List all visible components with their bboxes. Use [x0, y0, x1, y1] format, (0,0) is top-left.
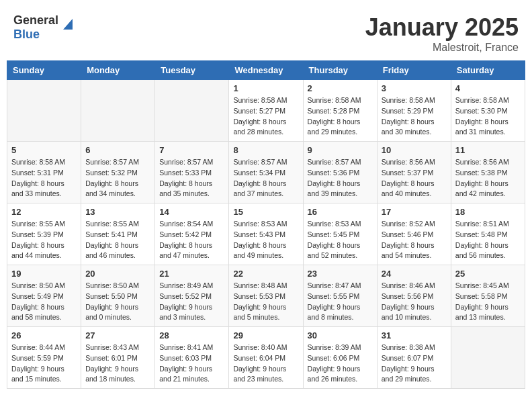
day-number: 18: [455, 207, 521, 217]
calendar-cell: 10Sunrise: 8:56 AM Sunset: 5:37 PM Dayli…: [377, 142, 451, 203]
day-number: 21: [159, 269, 224, 279]
calendar-header-row: SundayMondayTuesdayWednesdayThursdayFrid…: [7, 61, 525, 80]
day-info: Sunrise: 8:57 AM Sunset: 5:32 PM Dayligh…: [85, 157, 150, 199]
calendar-cell: [451, 327, 525, 389]
day-info: Sunrise: 8:58 AM Sunset: 5:30 PM Dayligh…: [455, 95, 521, 138]
day-info: Sunrise: 8:53 AM Sunset: 5:43 PM Dayligh…: [233, 219, 298, 261]
calendar-cell: [81, 80, 155, 142]
calendar-cell: 27Sunrise: 8:43 AM Sunset: 6:01 PM Dayli…: [81, 327, 155, 389]
day-header-saturday: Saturday: [451, 61, 525, 80]
month-title: January 2025: [365, 13, 519, 42]
day-number: 8: [233, 145, 298, 155]
day-number: 2: [308, 83, 373, 93]
day-number: 15: [233, 207, 298, 217]
day-header-sunday: Sunday: [7, 61, 81, 80]
day-number: 17: [382, 207, 447, 217]
day-info: Sunrise: 8:57 AM Sunset: 5:36 PM Dayligh…: [308, 157, 373, 199]
day-info: Sunrise: 8:49 AM Sunset: 5:52 PM Dayligh…: [159, 281, 224, 323]
calendar-cell: 26Sunrise: 8:44 AM Sunset: 5:59 PM Dayli…: [7, 327, 81, 389]
day-number: 9: [308, 145, 373, 155]
day-number: 20: [85, 269, 150, 279]
calendar-cell: 5Sunrise: 8:58 AM Sunset: 5:31 PM Daylig…: [7, 142, 81, 203]
calendar-week-row: 12Sunrise: 8:55 AM Sunset: 5:39 PM Dayli…: [7, 203, 525, 265]
day-number: 26: [11, 330, 77, 340]
calendar-cell: 8Sunrise: 8:57 AM Sunset: 5:34 PM Daylig…: [229, 142, 303, 203]
calendar-cell: 18Sunrise: 8:51 AM Sunset: 5:48 PM Dayli…: [451, 203, 525, 265]
calendar-cell: [155, 80, 229, 142]
day-number: 22: [233, 269, 298, 279]
day-info: Sunrise: 8:58 AM Sunset: 5:28 PM Dayligh…: [308, 95, 373, 138]
day-number: 7: [159, 145, 224, 155]
calendar-cell: 29Sunrise: 8:40 AM Sunset: 6:04 PM Dayli…: [229, 327, 303, 389]
day-number: 11: [455, 145, 521, 155]
calendar-cell: 14Sunrise: 8:54 AM Sunset: 5:42 PM Dayli…: [155, 203, 229, 265]
day-info: Sunrise: 8:43 AM Sunset: 6:01 PM Dayligh…: [85, 342, 150, 385]
day-info: Sunrise: 8:48 AM Sunset: 5:53 PM Dayligh…: [233, 281, 298, 323]
day-header-wednesday: Wednesday: [229, 61, 303, 80]
day-number: 28: [159, 330, 224, 340]
day-header-friday: Friday: [377, 61, 451, 80]
calendar-cell: 24Sunrise: 8:46 AM Sunset: 5:56 PM Dayli…: [377, 265, 451, 327]
calendar-cell: 21Sunrise: 8:49 AM Sunset: 5:52 PM Dayli…: [155, 265, 229, 327]
day-number: 4: [455, 83, 521, 93]
day-info: Sunrise: 8:51 AM Sunset: 5:48 PM Dayligh…: [455, 219, 521, 261]
calendar-cell: 19Sunrise: 8:50 AM Sunset: 5:49 PM Dayli…: [7, 265, 81, 327]
calendar-cell: 9Sunrise: 8:57 AM Sunset: 5:36 PM Daylig…: [303, 142, 377, 203]
logo-general: General: [13, 13, 58, 27]
calendar-cell: [7, 80, 81, 142]
calendar-cell: 3Sunrise: 8:58 AM Sunset: 5:29 PM Daylig…: [377, 80, 451, 142]
logo-triangle-icon: [60, 16, 75, 31]
day-info: Sunrise: 8:57 AM Sunset: 5:33 PM Dayligh…: [159, 157, 224, 199]
day-info: Sunrise: 8:45 AM Sunset: 5:58 PM Dayligh…: [455, 281, 521, 323]
day-info: Sunrise: 8:58 AM Sunset: 5:31 PM Dayligh…: [11, 157, 77, 199]
day-number: 14: [159, 207, 224, 217]
day-info: Sunrise: 8:54 AM Sunset: 5:42 PM Dayligh…: [159, 219, 224, 261]
calendar-cell: 31Sunrise: 8:38 AM Sunset: 6:07 PM Dayli…: [377, 327, 451, 389]
title-block: January 2025 Malestroit, France: [365, 13, 519, 54]
day-number: 13: [85, 207, 150, 217]
day-info: Sunrise: 8:47 AM Sunset: 5:55 PM Dayligh…: [308, 281, 373, 323]
calendar-cell: 6Sunrise: 8:57 AM Sunset: 5:32 PM Daylig…: [81, 142, 155, 203]
day-info: Sunrise: 8:44 AM Sunset: 5:59 PM Dayligh…: [11, 342, 77, 385]
day-info: Sunrise: 8:50 AM Sunset: 5:50 PM Dayligh…: [85, 281, 150, 323]
day-info: Sunrise: 8:55 AM Sunset: 5:41 PM Dayligh…: [85, 219, 150, 261]
calendar-cell: 23Sunrise: 8:47 AM Sunset: 5:55 PM Dayli…: [303, 265, 377, 327]
day-info: Sunrise: 8:52 AM Sunset: 5:46 PM Dayligh…: [382, 219, 447, 261]
day-info: Sunrise: 8:55 AM Sunset: 5:39 PM Dayligh…: [11, 219, 77, 261]
day-number: 12: [11, 207, 77, 217]
day-header-monday: Monday: [81, 61, 155, 80]
calendar-cell: 28Sunrise: 8:41 AM Sunset: 6:03 PM Dayli…: [155, 327, 229, 389]
day-number: 16: [308, 207, 373, 217]
day-info: Sunrise: 8:57 AM Sunset: 5:34 PM Dayligh…: [233, 157, 298, 199]
day-info: Sunrise: 8:58 AM Sunset: 5:29 PM Dayligh…: [382, 95, 447, 138]
calendar-week-row: 5Sunrise: 8:58 AM Sunset: 5:31 PM Daylig…: [7, 142, 525, 203]
day-info: Sunrise: 8:40 AM Sunset: 6:04 PM Dayligh…: [233, 342, 298, 385]
day-number: 30: [308, 330, 373, 340]
svg-marker-0: [63, 19, 73, 30]
calendar-cell: 1Sunrise: 8:58 AM Sunset: 5:27 PM Daylig…: [229, 80, 303, 142]
day-info: Sunrise: 8:58 AM Sunset: 5:27 PM Dayligh…: [233, 95, 298, 138]
calendar-week-row: 26Sunrise: 8:44 AM Sunset: 5:59 PM Dayli…: [7, 327, 525, 389]
location-title: Malestroit, France: [365, 42, 519, 54]
calendar-week-row: 1Sunrise: 8:58 AM Sunset: 5:27 PM Daylig…: [7, 80, 525, 142]
page-header: General Blue January 2025 Malestroit, Fr…: [7, 7, 525, 57]
calendar-cell: 12Sunrise: 8:55 AM Sunset: 5:39 PM Dayli…: [7, 203, 81, 265]
calendar-cell: 13Sunrise: 8:55 AM Sunset: 5:41 PM Dayli…: [81, 203, 155, 265]
day-info: Sunrise: 8:56 AM Sunset: 5:38 PM Dayligh…: [455, 157, 521, 199]
day-number: 27: [85, 330, 150, 340]
calendar-cell: 15Sunrise: 8:53 AM Sunset: 5:43 PM Dayli…: [229, 203, 303, 265]
calendar-cell: 17Sunrise: 8:52 AM Sunset: 5:46 PM Dayli…: [377, 203, 451, 265]
day-info: Sunrise: 8:41 AM Sunset: 6:03 PM Dayligh…: [159, 342, 224, 385]
calendar-cell: 22Sunrise: 8:48 AM Sunset: 5:53 PM Dayli…: [229, 265, 303, 327]
calendar-cell: 7Sunrise: 8:57 AM Sunset: 5:33 PM Daylig…: [155, 142, 229, 203]
logo-blue: Blue: [13, 28, 40, 41]
logo: General Blue: [13, 13, 75, 42]
day-info: Sunrise: 8:53 AM Sunset: 5:45 PM Dayligh…: [308, 219, 373, 261]
calendar-cell: 11Sunrise: 8:56 AM Sunset: 5:38 PM Dayli…: [451, 142, 525, 203]
calendar-cell: 4Sunrise: 8:58 AM Sunset: 5:30 PM Daylig…: [451, 80, 525, 142]
day-number: 10: [382, 145, 447, 155]
day-info: Sunrise: 8:46 AM Sunset: 5:56 PM Dayligh…: [382, 281, 447, 323]
day-header-tuesday: Tuesday: [155, 61, 229, 80]
calendar-week-row: 19Sunrise: 8:50 AM Sunset: 5:49 PM Dayli…: [7, 265, 525, 327]
day-number: 19: [11, 269, 77, 279]
